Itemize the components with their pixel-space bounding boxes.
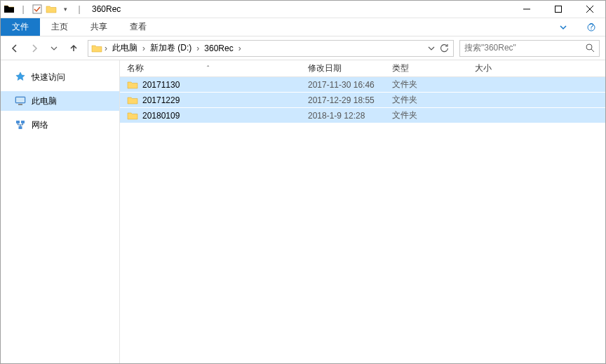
chevron-right-icon[interactable]: › xyxy=(142,43,146,53)
chevron-right-icon[interactable]: › xyxy=(238,43,242,53)
ribbon-expand-button[interactable] xyxy=(549,18,577,36)
ribbon-tabs: 文件 主页 共享 查看 ? xyxy=(1,18,605,36)
network-icon xyxy=(15,119,26,130)
recent-locations-button[interactable] xyxy=(46,40,62,57)
title-bar: | ▾ | 360Rec xyxy=(1,1,605,18)
address-bar[interactable]: › 此电脑 › 新加卷 (D:) › 360Rec › xyxy=(88,40,454,57)
close-button[interactable] xyxy=(574,1,605,18)
address-dropdown-icon[interactable] xyxy=(428,45,435,52)
column-headers: 名称 ˆ 修改日期 类型 大小 xyxy=(120,60,605,77)
window-controls xyxy=(511,1,605,18)
column-header-date[interactable]: 修改日期 xyxy=(301,62,385,74)
column-header-label: 名称 xyxy=(127,63,144,73)
file-date: 2017-11-30 16:46 xyxy=(301,80,385,90)
table-row[interactable]: 20171130 2017-11-30 16:46 文件夹 xyxy=(120,77,605,93)
star-icon xyxy=(15,72,26,83)
window-title: 360Rec xyxy=(92,4,121,14)
sidebar-item-quick-access[interactable]: 快速访问 xyxy=(1,67,119,87)
chevron-right-icon[interactable]: › xyxy=(196,43,200,53)
search-icon[interactable] xyxy=(586,43,595,53)
svg-rect-7 xyxy=(18,104,22,105)
column-header-type[interactable]: 类型 xyxy=(385,62,468,74)
sidebar-item-label: 快速访问 xyxy=(32,72,65,83)
search-placeholder: 搜索"360Rec" xyxy=(464,42,516,54)
svg-rect-0 xyxy=(33,5,41,13)
svg-rect-9 xyxy=(21,121,25,123)
file-list: 20171130 2017-11-30 16:46 文件夹 20171229 2… xyxy=(120,77,605,123)
body-split: 快速访问 此电脑 网络 名称 ˆ 修改日期 类型 大小 20171130 xyxy=(1,60,605,363)
back-button[interactable] xyxy=(6,40,23,57)
folder-icon xyxy=(127,79,138,90)
table-row[interactable]: 20171229 2017-12-29 18:55 文件夹 xyxy=(120,93,605,108)
column-header-name[interactable]: 名称 ˆ xyxy=(120,62,301,74)
address-tools xyxy=(428,43,450,53)
svg-rect-8 xyxy=(16,121,20,123)
folder-icon xyxy=(127,110,138,121)
sidebar-item-network[interactable]: 网络 xyxy=(1,115,119,135)
nav-row: › 此电脑 › 新加卷 (D:) › 360Rec › 搜索"360Rec" xyxy=(1,36,605,60)
tab-home[interactable]: 主页 xyxy=(40,18,79,36)
file-name: 20171229 xyxy=(142,95,180,105)
file-name: 20180109 xyxy=(142,111,180,121)
file-date: 2018-1-9 12:28 xyxy=(301,111,385,121)
forward-button[interactable] xyxy=(26,40,43,57)
tab-view[interactable]: 查看 xyxy=(119,18,158,36)
svg-rect-6 xyxy=(16,97,25,102)
sort-caret-icon: ˆ xyxy=(207,65,209,73)
search-input[interactable]: 搜索"360Rec" xyxy=(459,40,600,57)
chevron-right-icon[interactable]: › xyxy=(104,43,108,53)
svg-rect-1 xyxy=(555,6,561,13)
minimize-button[interactable] xyxy=(511,1,542,18)
title-divider2-icon: | xyxy=(74,4,85,15)
folder-icon xyxy=(127,95,138,106)
file-date: 2017-12-29 18:55 xyxy=(301,95,385,105)
breadcrumb-folder[interactable]: 360Rec xyxy=(201,41,236,56)
monitor-icon xyxy=(15,95,26,107)
address-folder-icon xyxy=(91,43,102,54)
breadcrumb-drive[interactable]: 新加卷 (D:) xyxy=(147,41,194,56)
file-type: 文件夹 xyxy=(385,94,468,106)
folder-icon xyxy=(4,4,15,15)
main-panel: 名称 ˆ 修改日期 类型 大小 20171130 2017-11-30 16:4… xyxy=(120,60,605,363)
tab-file[interactable]: 文件 xyxy=(1,18,40,36)
sidebar-item-label: 此电脑 xyxy=(32,95,57,107)
file-type: 文件夹 xyxy=(385,109,468,121)
column-header-size[interactable]: 大小 xyxy=(468,62,524,74)
file-type: 文件夹 xyxy=(385,79,468,90)
svg-text:?: ? xyxy=(589,23,594,32)
svg-point-4 xyxy=(586,44,592,50)
sidebar: 快速访问 此电脑 网络 xyxy=(1,60,120,363)
sidebar-item-label: 网络 xyxy=(32,119,48,131)
ribbon-spacer xyxy=(158,18,549,36)
refresh-button[interactable] xyxy=(439,43,449,53)
title-divider-icon: | xyxy=(18,4,29,15)
table-row[interactable]: 20180109 2018-1-9 12:28 文件夹 xyxy=(120,108,605,123)
breadcrumb-this-pc[interactable]: 此电脑 xyxy=(109,41,140,56)
tab-share[interactable]: 共享 xyxy=(79,18,119,36)
svg-rect-10 xyxy=(19,126,22,129)
maximize-button[interactable] xyxy=(542,1,574,18)
title-bar-left: | ▾ | 360Rec xyxy=(1,4,121,15)
dropdown-icon[interactable]: ▾ xyxy=(60,4,71,15)
up-button[interactable] xyxy=(65,40,82,57)
folder-small-icon xyxy=(46,4,57,15)
checkbox-select-icon[interactable] xyxy=(32,4,43,15)
file-name: 20171130 xyxy=(142,80,180,90)
sidebar-item-this-pc[interactable]: 此电脑 xyxy=(1,91,119,111)
help-button[interactable]: ? xyxy=(577,18,605,36)
